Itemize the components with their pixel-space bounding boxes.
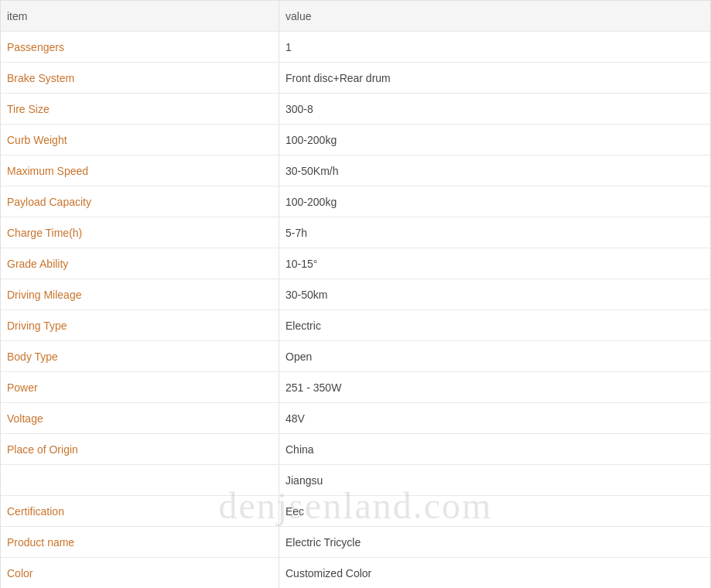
value-cell: Open	[279, 341, 710, 371]
value-cell: 48V	[279, 403, 710, 433]
table-row: Power251 - 350W	[1, 372, 710, 403]
table-row: Curb Weight100-200kg	[1, 125, 710, 156]
value-cell: 30-50km	[279, 279, 710, 309]
item-cell: Brake System	[1, 63, 279, 93]
item-cell: Grade Ability	[1, 248, 279, 279]
value-cell: 251 - 350W	[279, 372, 710, 402]
value-cell: 100-200kg	[279, 186, 710, 217]
item-cell: Tire Size	[1, 94, 279, 124]
item-cell: Color	[1, 558, 279, 588]
header-item-cell: item	[1, 1, 279, 31]
item-cell: Place of Origin	[1, 434, 279, 464]
table-row: Jiangsu	[1, 465, 710, 496]
value-cell: 30-50Km/h	[279, 156, 710, 186]
table-row: Product nameElectric Tricycle	[1, 527, 710, 558]
header-value-label: value	[285, 10, 311, 22]
table-row: Voltage48V	[1, 403, 710, 434]
table-row: ColorCustomized Color	[1, 558, 710, 588]
header-value-cell: value	[279, 1, 710, 31]
table-row: Driving Mileage30-50km	[1, 279, 710, 310]
value-cell: 5-7h	[279, 217, 710, 248]
table-row: Grade Ability10-15°	[1, 248, 710, 279]
table-row: Brake SystemFront disc+Rear drum	[1, 63, 710, 94]
table-row: Passengers1	[1, 32, 710, 63]
item-cell: Certification	[1, 496, 279, 526]
table-row: Body TypeOpen	[1, 341, 710, 372]
value-cell: Electric	[279, 310, 710, 340]
value-cell: 1	[279, 32, 710, 62]
spec-table: item value Passengers1Brake SystemFront …	[0, 0, 711, 588]
table-row: Tire Size300-8	[1, 94, 710, 125]
value-cell: 10-15°	[279, 248, 710, 279]
item-cell: Passengers	[1, 32, 279, 62]
value-cell: Front disc+Rear drum	[279, 63, 710, 93]
value-cell: 300-8	[279, 94, 710, 124]
item-cell: Curb Weight	[1, 125, 279, 155]
value-cell: Jiangsu	[279, 465, 710, 495]
item-cell: Driving Mileage	[1, 279, 279, 309]
table-row: Driving TypeElectric	[1, 310, 710, 341]
table-body: Passengers1Brake SystemFront disc+Rear d…	[1, 32, 710, 588]
item-cell: Payload Capacity	[1, 186, 279, 217]
value-cell: Electric Tricycle	[279, 527, 710, 557]
item-cell: Voltage	[1, 403, 279, 433]
item-cell: Product name	[1, 527, 279, 557]
item-cell: Maximum Speed	[1, 156, 279, 186]
header-item-label: item	[7, 10, 27, 22]
table-row: Payload Capacity100-200kg	[1, 186, 710, 217]
item-cell: Driving Type	[1, 310, 279, 340]
item-cell	[1, 465, 279, 495]
table-row: Charge Time(h)5-7h	[1, 217, 710, 248]
value-cell: Eec	[279, 496, 710, 526]
item-cell: Power	[1, 372, 279, 402]
table-row: Place of OriginChina	[1, 434, 710, 465]
item-cell: Charge Time(h)	[1, 217, 279, 248]
table-row: Maximum Speed30-50Km/h	[1, 156, 710, 186]
value-cell: 100-200kg	[279, 125, 710, 155]
table-header: item value	[1, 1, 710, 32]
item-cell: Body Type	[1, 341, 279, 371]
value-cell: Customized Color	[279, 558, 710, 588]
table-row: CertificationEec	[1, 496, 710, 527]
value-cell: China	[279, 434, 710, 464]
